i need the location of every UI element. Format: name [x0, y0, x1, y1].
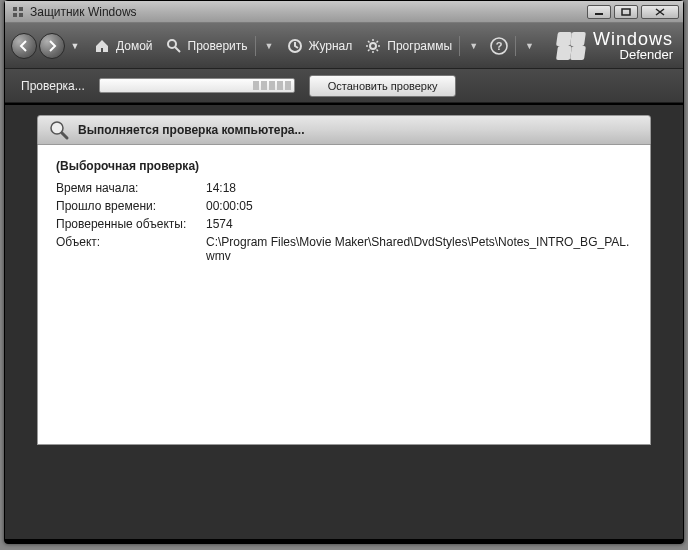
row-object: Объект: C:\Program Files\Movie Maker\Sha… — [56, 235, 632, 263]
brand-line2: Defender — [593, 48, 673, 61]
help-dropdown-icon[interactable]: ▼ — [525, 41, 534, 51]
svg-rect-1 — [622, 9, 630, 15]
history-button[interactable]: Журнал — [280, 33, 359, 59]
back-button[interactable] — [11, 33, 37, 59]
titlebar[interactable]: Защитник Windows — [5, 1, 683, 23]
scan-banner: Выполняется проверка компьютера... — [37, 115, 651, 145]
svg-text:?: ? — [496, 40, 503, 52]
help-button[interactable]: ? ▼ — [484, 32, 540, 60]
search-icon — [165, 37, 183, 55]
content-area: Выполняется проверка компьютера... (Выбо… — [5, 105, 683, 539]
scan-label: Проверить — [188, 39, 248, 53]
programs-label: Программы — [387, 39, 452, 53]
brand: Windows Defender — [557, 30, 673, 61]
nav-cluster: ▼ — [11, 33, 87, 59]
forward-button[interactable] — [39, 33, 65, 59]
scan-subtitle: (Выборочная проверка) — [56, 159, 632, 173]
separator — [459, 36, 460, 56]
history-icon — [286, 37, 304, 55]
start-time-value: 14:18 — [206, 181, 632, 195]
row-start-time: Время начала: 14:18 — [56, 181, 632, 195]
row-elapsed: Прошло времени: 00:00:05 — [56, 199, 632, 213]
elapsed-label: Прошло времени: — [56, 199, 206, 213]
scan-banner-title: Выполняется проверка компьютера... — [78, 123, 304, 137]
row-scanned: Проверенные объекты: 1574 — [56, 217, 632, 231]
home-icon — [93, 37, 111, 55]
magnifier-icon — [48, 119, 70, 141]
help-icon: ? — [490, 37, 508, 55]
stop-scan-button[interactable]: Остановить проверку — [309, 75, 457, 97]
window-title: Защитник Windows — [30, 5, 137, 19]
app-window: Защитник Windows ▼ — [4, 0, 684, 544]
scan-status-label: Проверка... — [21, 79, 85, 93]
history-label: Журнал — [309, 39, 353, 53]
brand-line1: Windows — [593, 30, 673, 48]
object-label: Объект: — [56, 235, 206, 263]
windows-logo-icon — [557, 32, 585, 60]
app-icon — [11, 5, 25, 19]
scan-dropdown-icon[interactable]: ▼ — [265, 41, 274, 51]
scan-button[interactable]: Проверить ▼ — [159, 32, 280, 60]
maximize-button[interactable] — [614, 5, 638, 19]
close-button[interactable] — [641, 5, 679, 19]
svg-point-2 — [168, 40, 176, 48]
start-time-label: Время начала: — [56, 181, 206, 195]
scan-panel: (Выборочная проверка) Время начала: 14:1… — [37, 145, 651, 445]
object-value: C:\Program Files\Movie Maker\Shared\DvdS… — [206, 235, 632, 263]
scanned-value: 1574 — [206, 217, 632, 231]
separator — [515, 36, 516, 56]
svg-point-4 — [370, 43, 376, 49]
toolbar: ▼ Домой Проверить ▼ Журнал — [5, 23, 683, 69]
separator — [255, 36, 256, 56]
nav-history-dropdown[interactable]: ▼ — [69, 41, 81, 51]
programs-button[interactable]: Программы ▼ — [358, 32, 484, 60]
scanned-label: Проверенные объекты: — [56, 217, 206, 231]
scan-status-bar: Проверка... Остановить проверку — [5, 69, 683, 103]
svg-rect-0 — [595, 13, 603, 15]
minimize-button[interactable] — [587, 5, 611, 19]
elapsed-value: 00:00:05 — [206, 199, 632, 213]
gear-icon — [364, 37, 382, 55]
progress-bar — [99, 78, 295, 93]
programs-dropdown-icon[interactable]: ▼ — [469, 41, 478, 51]
home-label: Домой — [116, 39, 153, 53]
home-button[interactable]: Домой — [87, 33, 159, 59]
window-controls — [587, 5, 679, 19]
